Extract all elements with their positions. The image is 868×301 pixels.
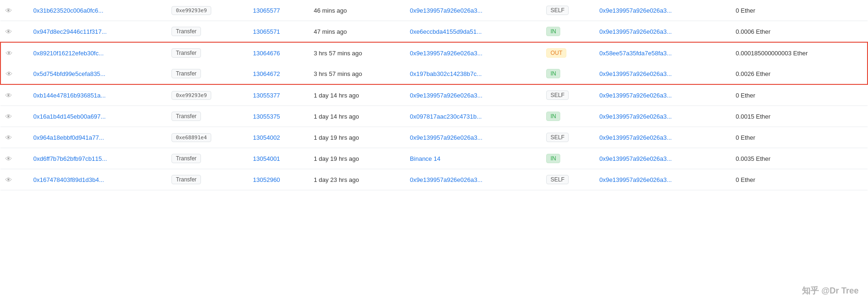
to-link[interactable]: 0x9e139957a926e026a3...: [599, 28, 672, 35]
eye-icon[interactable]: 👁: [5, 134, 12, 142]
tx-hash-link[interactable]: 0x947d8ec29446c11f317...: [33, 28, 107, 35]
block-link[interactable]: 13052960: [253, 176, 280, 183]
block-link[interactable]: 13055377: [253, 92, 280, 99]
tx-hash-link[interactable]: 0x964a18ebbf0d941a77...: [33, 134, 104, 141]
to-link[interactable]: 0x9e139957a926e026a3...: [599, 7, 672, 14]
method-badge[interactable]: Transfer: [171, 27, 200, 36]
tx-hash-link[interactable]: 0x16a1b4d145eb00a697...: [33, 113, 106, 120]
block-link[interactable]: 13065571: [253, 28, 280, 35]
block-link[interactable]: 13064676: [253, 50, 280, 57]
block-link[interactable]: 13054001: [253, 155, 280, 162]
tx-hash-cell: 0x31b623520c006a0fc6...: [29, 0, 167, 21]
tx-hash-cell: 0x5d754bfd99e5cefa835...: [29, 63, 167, 84]
tx-hash-link[interactable]: 0xd6ff7b7b62bfb97cb115...: [33, 155, 107, 162]
to-link[interactable]: 0x9e139957a926e026a3...: [599, 70, 672, 77]
eye-cell: 👁: [0, 84, 29, 106]
method-cell: Transfer: [167, 169, 248, 190]
method-cell: Transfer: [167, 106, 248, 127]
from-link[interactable]: 0x9e139957a926e026a3...: [410, 50, 482, 57]
value-cell: 0 Ether: [731, 0, 868, 21]
from-link[interactable]: 0x097817aac230c4731b...: [410, 113, 482, 120]
to-cell: 0x9e139957a926e026a3...: [594, 106, 731, 127]
to-link[interactable]: 0x9e139957a926e026a3...: [599, 155, 672, 162]
eye-icon[interactable]: 👁: [5, 113, 12, 120]
method-badge[interactable]: Transfer: [171, 48, 200, 58]
tx-hash-link[interactable]: 0x5d754bfd99e5cefa835...: [33, 70, 105, 77]
eye-icon[interactable]: 👁: [5, 28, 12, 36]
value-cell: 0 Ether: [731, 127, 868, 148]
direction-cell: SELF: [542, 0, 594, 21]
eye-cell: 👁: [0, 63, 29, 84]
direction-badge: IN: [546, 112, 560, 121]
from-link[interactable]: 0x9e139957a926e026a3...: [410, 7, 482, 14]
table-row: 👁0x964a18ebbf0d941a77...0xe68891e4130540…: [0, 127, 868, 148]
age-cell: 1 day 23 hrs ago: [309, 169, 405, 190]
to-link[interactable]: 0x9e139957a926e026a3...: [599, 92, 672, 99]
table-row: 👁0x89210f16212efeb30fc...Transfer1306467…: [0, 42, 868, 63]
method-badge[interactable]: Transfer: [171, 69, 200, 78]
from-link[interactable]: 0x9e139957a926e026a3...: [410, 176, 482, 183]
eye-icon[interactable]: 👁: [6, 70, 13, 78]
method-badge[interactable]: Transfer: [171, 112, 200, 121]
block-link[interactable]: 13055375: [253, 113, 280, 120]
table-row: 👁0xb144e47816b936851a...0xe99293e9130553…: [0, 84, 868, 106]
value-cell: 0.000185000000003 Ether: [731, 42, 868, 63]
tx-hash-cell: 0xb144e47816b936851a...: [29, 84, 167, 106]
direction-badge: SELF: [546, 90, 569, 100]
tx-hash-cell: 0x16a1b4d145eb00a697...: [29, 106, 167, 127]
from-link[interactable]: 0x9e139957a926e026a3...: [410, 92, 482, 99]
from-link[interactable]: 0x9e139957a926e026a3...: [410, 134, 482, 141]
from-link[interactable]: Binance 14: [410, 155, 440, 162]
tx-hash-cell: 0x167478403f89d1d3b4...: [29, 169, 167, 190]
eye-cell: 👁: [0, 0, 29, 21]
to-cell: 0x9e139957a926e026a3...: [594, 148, 731, 169]
block-cell: 13054001: [248, 148, 309, 169]
method-cell: Transfer: [167, 148, 248, 169]
to-link[interactable]: 0x9e139957a926e026a3...: [599, 134, 672, 141]
direction-badge: IN: [546, 69, 560, 78]
eye-icon[interactable]: 👁: [5, 91, 12, 99]
block-link[interactable]: 13064672: [253, 70, 280, 77]
direction-badge: SELF: [546, 175, 569, 184]
method-cell: Transfer: [167, 63, 248, 84]
from-link[interactable]: 0xe6eccbda4155d9da51...: [410, 28, 482, 35]
method-badge[interactable]: Transfer: [171, 154, 200, 163]
eye-icon[interactable]: 👁: [6, 49, 13, 57]
direction-cell: SELF: [542, 127, 594, 148]
tx-hash-link[interactable]: 0x167478403f89d1d3b4...: [33, 176, 104, 183]
block-link[interactable]: 13065577: [253, 7, 280, 14]
method-badge[interactable]: 0xe68891e4: [171, 133, 211, 142]
block-cell: 13054002: [248, 127, 309, 148]
age-cell: 3 hrs 57 mins ago: [309, 42, 405, 63]
to-link[interactable]: 0x9e139957a926e026a3...: [599, 176, 672, 183]
table-row: 👁0x16a1b4d145eb00a697...Transfer13055375…: [0, 106, 868, 127]
method-cell: 0xe68891e4: [167, 127, 248, 148]
from-cell: 0x9e139957a926e026a3...: [405, 42, 542, 63]
tx-hash-link[interactable]: 0x31b623520c006a0fc6...: [33, 7, 104, 14]
eye-cell: 👁: [0, 127, 29, 148]
tx-hash-cell: 0xd6ff7b7b62bfb97cb115...: [29, 148, 167, 169]
block-cell: 13064676: [248, 42, 309, 63]
tx-hash-link[interactable]: 0x89210f16212efeb30fc...: [33, 50, 104, 57]
method-cell: Transfer: [167, 21, 248, 43]
to-link[interactable]: 0x9e139957a926e026a3...: [599, 113, 672, 120]
method-badge[interactable]: 0xe99293e9: [171, 6, 211, 15]
to-cell: 0x9e139957a926e026a3...: [594, 63, 731, 84]
eye-icon[interactable]: 👁: [5, 176, 12, 184]
direction-cell: SELF: [542, 84, 594, 106]
method-badge[interactable]: 0xe99293e9: [171, 91, 211, 100]
from-link[interactable]: 0x197bab302c14238b7c...: [410, 70, 482, 77]
eye-icon[interactable]: 👁: [5, 7, 12, 15]
eye-cell: 👁: [0, 169, 29, 190]
tx-hash-link[interactable]: 0xb144e47816b936851a...: [33, 92, 106, 99]
direction-cell: OUT: [542, 42, 594, 63]
method-badge[interactable]: Transfer: [171, 175, 200, 184]
direction-cell: SELF: [542, 169, 594, 190]
age-cell: 3 hrs 57 mins ago: [309, 63, 405, 84]
eye-icon[interactable]: 👁: [5, 155, 12, 163]
transactions-table: 👁0x31b623520c006a0fc6...0xe99293e9130655…: [0, 0, 868, 190]
block-link[interactable]: 13054002: [253, 134, 280, 141]
value-cell: 0.0006 Ether: [731, 21, 868, 43]
to-link[interactable]: 0x58ee57a35fda7e58fa3...: [599, 50, 672, 57]
direction-badge: IN: [546, 154, 560, 163]
